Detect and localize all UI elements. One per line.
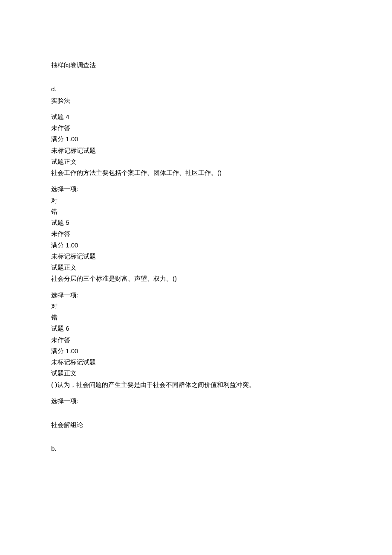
option-letter-d: d.: [51, 84, 341, 95]
spacer: [51, 390, 341, 395]
question-status: 未作答: [51, 228, 341, 239]
question-text: 社会工作的方法主要包括个案工作、团体工作、社区工作。(): [51, 167, 341, 178]
question-number: 试题 6: [51, 323, 341, 334]
spacer: [51, 71, 341, 84]
option-letter-b: b.: [51, 443, 341, 454]
question-status: 未作答: [51, 334, 341, 346]
question-score: 满分 1.00: [51, 346, 341, 357]
spacer: [51, 106, 341, 111]
option-text: 实验法: [51, 95, 341, 106]
question-body-label: 试题正文: [51, 262, 341, 273]
question-status: 未作答: [51, 122, 341, 134]
question-flag: 未标记标记试题: [51, 145, 341, 156]
question-score: 满分 1.00: [51, 240, 341, 251]
option-false[interactable]: 错: [51, 206, 341, 217]
question-body-label: 试题正文: [51, 368, 341, 379]
spacer: [51, 407, 341, 419]
question-score: 满分 1.00: [51, 134, 341, 145]
question-body-label: 试题正文: [51, 156, 341, 167]
choose-one-label: 选择一项:: [51, 395, 341, 407]
option-text: 社会解组论: [51, 419, 341, 430]
question-flag: 未标记标记试题: [51, 357, 341, 368]
option-true[interactable]: 对: [51, 301, 341, 312]
option-text: 抽样问卷调查法: [51, 60, 341, 71]
question-text: ( )认为，社会问题的产生主要是由于社会不同群体之间价值和利益冲突。: [51, 379, 341, 390]
spacer: [51, 430, 341, 443]
question-flag: 未标记标记试题: [51, 251, 341, 262]
spacer: [51, 178, 341, 183]
question-number: 试题 5: [51, 217, 341, 228]
spacer: [51, 285, 341, 290]
choose-one-label: 选择一项:: [51, 290, 341, 301]
question-text: 社会分层的三个标准是财富、声望、权力。(): [51, 273, 341, 284]
option-false[interactable]: 错: [51, 312, 341, 323]
option-true[interactable]: 对: [51, 195, 341, 206]
choose-one-label: 选择一项:: [51, 183, 341, 195]
question-number: 试题 4: [51, 111, 341, 122]
